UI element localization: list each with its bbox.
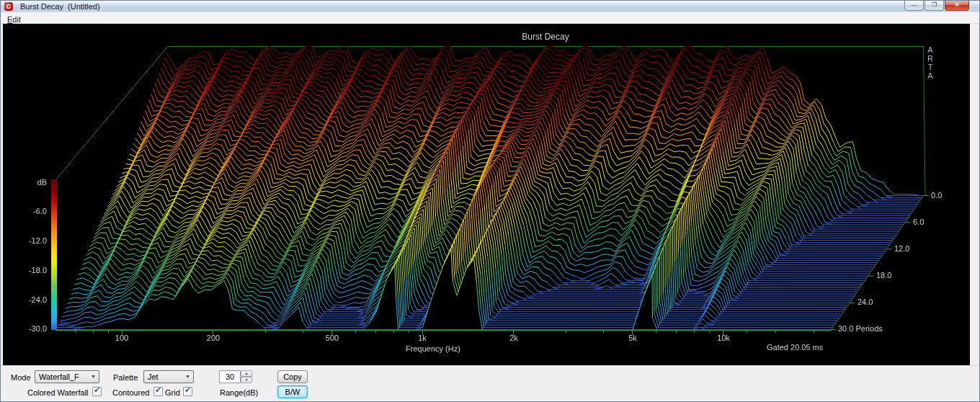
menu-bar: Edit [1,12,979,24]
minimize-button[interactable]: — [904,1,924,11]
bw-button[interactable]: B/W [277,385,308,398]
title-bar: C Burst Decay (Untitled) — ❐ ✕ [1,1,979,13]
control-panel: Mode Waterfall_F ▼ Palette Jet ▼ 30 ▲ ▼ … [1,365,979,402]
spinner-up-button[interactable]: ▲ [241,370,252,377]
mode-dropdown[interactable]: Waterfall_F ▼ [35,370,99,383]
colored-waterfall-checkbox[interactable]: ✔ [92,387,102,396]
waterfall-plot-canvas [1,1,980,365]
check-icon: ✔ [155,385,161,395]
range-db-input[interactable]: 30 [219,370,241,383]
window-buttons: — ❐ ✕ [904,1,969,12]
contoured-label: Contoured [112,388,149,397]
restore-button[interactable]: ❐ [925,1,944,11]
minimize-icon: — [912,1,917,8]
grid-label: Grid [165,388,180,397]
restore-icon: ❐ [932,1,937,8]
chevron-down-icon: ▼ [185,374,190,379]
range-db-spinner: ▲ ▼ [241,370,252,383]
copy-button[interactable]: Copy [277,370,308,383]
colored-waterfall-label: Colored Waterfall [27,388,89,397]
spinner-down-icon: ▼ [245,378,249,382]
close-icon: ✕ [955,1,960,8]
check-icon: ✔ [184,385,191,395]
check-icon: ✔ [94,385,100,395]
window-title: Burst Decay (Untitled) [20,2,100,11]
spinner-up-icon: ▲ [245,371,249,375]
burst-decay-window: C Burst Decay (Untitled) — ❐ ✕ Edit Burs… [0,0,980,402]
contoured-checkbox[interactable]: ✔ [153,387,163,396]
palette-dropdown[interactable]: Jet ▼ [143,370,194,383]
mode-label: Mode [11,373,31,382]
grid-checkbox[interactable]: ✔ [183,387,192,396]
menu-item-edit[interactable]: Edit [7,15,21,24]
spinner-down-button[interactable]: ▼ [241,377,252,383]
close-button[interactable]: ✕ [945,1,969,11]
app-icon: C [4,2,13,11]
range-db-label: Range(dB) [220,388,258,397]
palette-value: Jet [148,372,159,381]
mode-value: Waterfall_F [39,372,79,381]
palette-label: Palette [113,373,138,382]
chevron-down-icon: ▼ [91,374,96,379]
